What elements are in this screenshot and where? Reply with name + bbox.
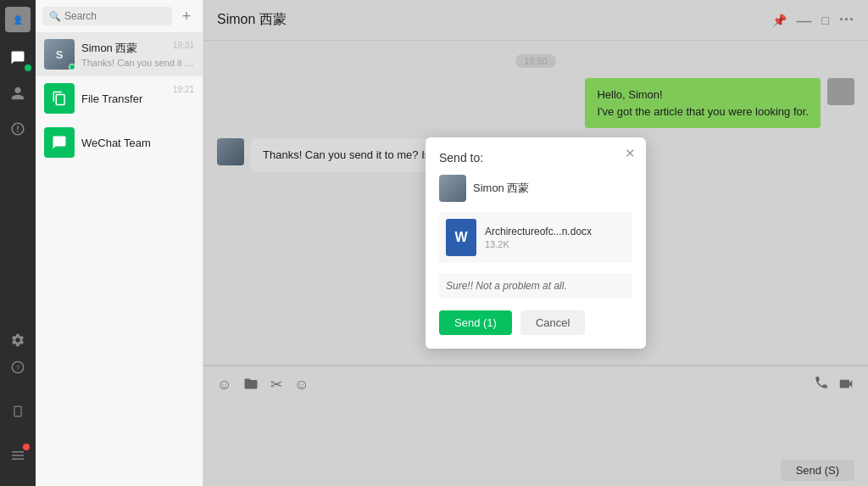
sidebar-item-menu[interactable] — [6, 444, 30, 467]
search-box[interactable]: 🔍 — [42, 7, 172, 25]
modal-actions: Send (1) Cancel — [439, 310, 632, 335]
simon-chat-time: 19:31 — [173, 41, 194, 50]
modal-message-preview: Sure!! Not a problem at all. — [439, 273, 632, 299]
self-avatar: 👤 — [5, 7, 31, 32]
chat-list-panel: 🔍 + S Simon 西蒙 Thanks! Can you send it t… — [36, 0, 203, 486]
sidebar: 👤 ? — [0, 0, 36, 486]
chat-item-file-transfer[interactable]: File Transfer 19:21 — [36, 76, 203, 120]
simon-avatar: S — [44, 39, 75, 70]
sidebar-item-mobile[interactable] — [6, 399, 30, 423]
svg-rect-2 — [14, 406, 21, 416]
wechat-team-chat-info: WeChat Team — [81, 137, 194, 149]
modal-send-button[interactable]: Send (1) — [439, 310, 512, 335]
chat-main: Simon 西蒙 📌 — □ ··· 19:50 Hello, Simon! I… — [203, 0, 868, 486]
sidebar-item-settings[interactable] — [6, 328, 30, 352]
modal-cancel-button[interactable]: Cancel — [520, 310, 585, 335]
add-chat-button[interactable]: + — [177, 7, 196, 25]
file-transfer-avatar — [44, 83, 75, 114]
search-input[interactable] — [64, 10, 165, 22]
modal-close-button[interactable]: ✕ — [625, 146, 636, 161]
sidebar-item-contacts[interactable] — [6, 81, 30, 105]
sidebar-item-chat[interactable] — [6, 46, 30, 70]
chat-item-wechat-team[interactable]: WeChat Team — [36, 120, 203, 165]
file-info: Archirectureofc...n.docx 13.2K — [485, 226, 626, 249]
svg-text:?: ? — [16, 364, 19, 371]
modal-overlay: Send to: ✕ Simon 西蒙 W Archirectureofc...… — [203, 0, 868, 486]
modal-recipient-avatar — [439, 175, 466, 202]
wechat-team-avatar — [44, 127, 75, 158]
simon-chat-preview: Thanks! Can you send it to m... — [81, 58, 194, 68]
chat-item-simon[interactable]: S Simon 西蒙 Thanks! Can you send it to m.… — [36, 32, 203, 76]
file-transfer-chat-time: 19:21 — [173, 85, 194, 94]
file-size: 13.2K — [485, 239, 626, 249]
send-file-modal: Send to: ✕ Simon 西蒙 W Archirectureofc...… — [426, 137, 646, 349]
modal-recipient: Simon 西蒙 — [439, 175, 632, 202]
file-name: Archirectureofc...n.docx — [485, 226, 612, 237]
modal-file-item: W Archirectureofc...n.docx 13.2K — [439, 212, 632, 263]
modal-title: Send to: — [439, 151, 632, 165]
sidebar-item-discover[interactable] — [6, 117, 30, 141]
modal-recipient-name: Simon 西蒙 — [473, 181, 529, 196]
wechat-team-chat-name: WeChat Team — [81, 137, 194, 149]
file-type-icon: W — [446, 219, 476, 256]
sidebar-item-help[interactable]: ? — [6, 355, 30, 379]
search-icon: 🔍 — [49, 11, 61, 22]
chat-list-header: 🔍 + — [36, 0, 203, 32]
